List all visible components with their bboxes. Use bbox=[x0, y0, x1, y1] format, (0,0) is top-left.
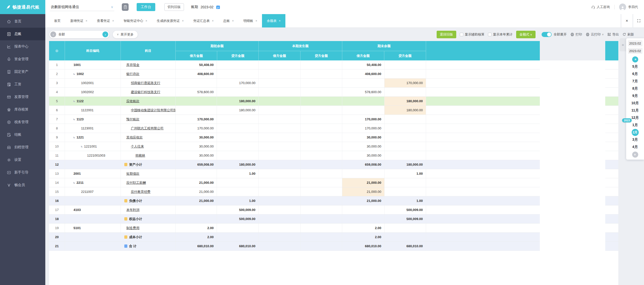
table-row[interactable]: 9 1221 其他应收款 30,000.00 30,000.00 bbox=[49, 133, 540, 142]
chevron-right-icon[interactable]: › bbox=[102, 31, 108, 37]
back-to-old-version-button[interactable]: 退回旧版 bbox=[437, 31, 456, 38]
show-auxiliary-checkbox[interactable]: 显示辅助核算 bbox=[460, 32, 484, 37]
tab-smart-voucher-center[interactable]: 智能凭证中心× bbox=[119, 14, 152, 27]
tab-balance-sheet[interactable]: 余额表× bbox=[262, 14, 285, 27]
close-all-tabs-button[interactable]: × bbox=[622, 14, 632, 27]
table-row[interactable]: 21 合 计 680,010.00 680,010.00 680,010.00 … bbox=[49, 242, 540, 251]
subject-link[interactable]: 成本小计 bbox=[129, 235, 142, 239]
expand-triangle-icon[interactable] bbox=[73, 136, 75, 138]
close-icon[interactable]: × bbox=[145, 19, 147, 23]
month-item[interactable]: 9月 bbox=[626, 92, 644, 99]
subject-link[interactable]: 个人往来 bbox=[131, 144, 144, 149]
month-item[interactable]: 6月 bbox=[626, 70, 644, 78]
calendar-icon[interactable] bbox=[216, 5, 220, 9]
subject-link[interactable]: 应付职工薪酬 bbox=[126, 181, 146, 185]
avatar[interactable] bbox=[619, 4, 626, 11]
tab-general-ledger[interactable]: 总账× bbox=[218, 14, 239, 27]
clipboard-icon[interactable] bbox=[122, 3, 129, 11]
month-item[interactable]: 2月 bbox=[626, 129, 644, 136]
scroll-months-up-button[interactable]: » bbox=[632, 56, 638, 62]
table-row[interactable]: 8 1123001 广州联志工程有限公司 170,000.00 170,000.… bbox=[49, 124, 540, 133]
month-item[interactable]: 3月 bbox=[626, 136, 644, 143]
expand-triangle-icon[interactable] bbox=[73, 73, 75, 75]
expand-triangle-icon[interactable] bbox=[73, 182, 75, 184]
expand-more-button[interactable]: ∨ 展开更多 bbox=[113, 31, 138, 38]
table-row[interactable]: 4 1002002 建设银行科技路支行 578,600.00 578,600.0… bbox=[49, 88, 540, 97]
toggle-on-icon[interactable] bbox=[542, 32, 552, 37]
subject-link[interactable]: 韩晓林 bbox=[135, 153, 145, 158]
fullscreen-button[interactable] bbox=[633, 14, 644, 27]
table-row[interactable]: 2 1002 银行存款 408,600.00 408,600.00 bbox=[49, 69, 540, 79]
export-button[interactable]: 导出 bbox=[607, 32, 619, 37]
subject-link[interactable]: 银行存款 bbox=[126, 72, 139, 76]
chevron-left-icon[interactable]: ‹ bbox=[50, 31, 56, 37]
checkbox-icon[interactable] bbox=[488, 33, 491, 36]
month-item[interactable]: 10月 bbox=[626, 99, 644, 107]
period-value[interactable]: 2023-02 bbox=[201, 5, 213, 9]
subject-link[interactable]: 制造费用 bbox=[126, 226, 139, 230]
month-item[interactable]: 8月 bbox=[626, 85, 644, 92]
table-row[interactable]: 6 1122001 中国移动集团设计院有限公司陕 180,000.00 180,… bbox=[49, 106, 540, 115]
table-row[interactable]: 5 1122 应收账款 180,000.00 180,000.00 bbox=[49, 97, 540, 106]
expand-triangle-icon[interactable] bbox=[73, 118, 75, 120]
sidebar-item-archive-management[interactable]: 归档管理 bbox=[0, 141, 45, 154]
sidebar-item-closing[interactable]: 结账 bbox=[0, 128, 45, 141]
tab-home[interactable]: 首页 bbox=[49, 14, 65, 27]
period-from-input[interactable]: 2023.02 bbox=[628, 40, 642, 46]
expand-triangle-icon[interactable] bbox=[73, 100, 75, 102]
subject-link[interactable]: 广州联志工程有限公司 bbox=[131, 126, 164, 131]
table-row[interactable]: 20 成本小计 2.00 2.00 bbox=[49, 233, 540, 242]
scroll-months-down-button[interactable]: » bbox=[632, 152, 638, 158]
subject-link[interactable]: 负债小计 bbox=[129, 199, 142, 203]
table-row[interactable]: 10 1221001 个人往来 30,000.00 30,000.00 bbox=[49, 142, 540, 151]
expand-all-toggle[interactable]: 全部展开 bbox=[542, 32, 567, 37]
subject-link[interactable]: 合 计 bbox=[129, 244, 137, 248]
user-name[interactable]: 李四代 bbox=[628, 5, 638, 9]
month-item[interactable]: 4月 bbox=[626, 143, 644, 151]
table-row[interactable]: 11 1221001003 韩晓林 30,000.00 30,000.00 bbox=[49, 151, 540, 160]
workbench-button[interactable]: 工作台 bbox=[137, 3, 155, 11]
subject-link[interactable]: 中国移动集团设计院有限公司陕 bbox=[131, 108, 176, 113]
sidebar-item-report-center[interactable]: 报表中心 bbox=[0, 40, 45, 53]
table-row[interactable]: 13 2001 短期借款 1.00 1.00 bbox=[49, 169, 540, 178]
tab-voucher-summary[interactable]: 凭证汇总表× bbox=[188, 14, 218, 27]
table-row[interactable]: 19 5101 制造费用 2.00 2.00 bbox=[49, 224, 540, 233]
table-row[interactable]: 18 权益小计 500,009.00 500,009.00 bbox=[49, 215, 540, 224]
subject-link[interactable]: 权益小计 bbox=[129, 217, 142, 221]
close-icon[interactable]: × bbox=[279, 19, 281, 23]
collapse-panel-handle[interactable]: » bbox=[620, 38, 626, 51]
sidebar-item-member[interactable]: 畅会员 bbox=[0, 179, 45, 191]
sidebar-item-salary[interactable]: 工资 bbox=[0, 78, 45, 91]
sidebar-item-tax-management[interactable]: 税务管理 bbox=[0, 116, 45, 128]
show-ytd-checkbox[interactable]: 显示本年累计 bbox=[488, 32, 513, 37]
tab-generated-invoice-voucher[interactable]: 生成的发票凭证× bbox=[152, 14, 188, 27]
month-item[interactable]: 1月 bbox=[626, 121, 644, 129]
sidebar-item-general-ledger[interactable]: 总账 bbox=[0, 28, 45, 40]
close-icon[interactable]: × bbox=[112, 19, 114, 23]
subject-link[interactable]: 招商银行唐延路支行 bbox=[131, 81, 160, 85]
sidebar-item-fund-management[interactable]: 资金管理 bbox=[0, 53, 45, 65]
subject-link[interactable]: 应收账款 bbox=[126, 99, 139, 103]
sidebar-item-invoice-management[interactable]: 发票管理 bbox=[0, 91, 45, 103]
subject-filter[interactable]: ‹ 全部 › bbox=[49, 31, 109, 38]
print-button[interactable]: 打印 bbox=[570, 32, 582, 37]
subject-link[interactable]: 预付账款 bbox=[126, 117, 139, 122]
sidebar-item-home[interactable]: 首页 bbox=[0, 15, 45, 28]
period-to-input[interactable]: 2023.02 bbox=[628, 48, 642, 54]
cloud-print-dropdown[interactable]: 云打印 ∨ bbox=[586, 32, 604, 37]
close-icon[interactable]: × bbox=[86, 19, 87, 23]
month-item[interactable]: 11月 bbox=[626, 107, 644, 114]
sidebar-item-settings[interactable]: 设置 bbox=[0, 154, 45, 166]
table-row[interactable]: 17 4103 本年利润 500,009.00 500,009.00 bbox=[49, 205, 540, 215]
table-row[interactable]: 3 1002001 招商银行唐延路支行 170,000.00 170,000.0… bbox=[49, 79, 540, 88]
table-row[interactable]: 1 1001 库存现金 50,408.00 50,408.00 bbox=[49, 60, 540, 69]
close-icon[interactable]: × bbox=[182, 19, 184, 23]
header-gear-cell[interactable] bbox=[49, 41, 65, 60]
table-row[interactable]: 12 资产小计 659,008.00 180,000.00 659,008.00… bbox=[49, 160, 540, 169]
manual-consult-button[interactable]: 人工咨询 bbox=[591, 5, 610, 9]
refresh-button[interactable]: 刷新 bbox=[622, 32, 634, 37]
close-icon[interactable]: × bbox=[212, 19, 214, 23]
table-row[interactable]: 14 2211 应付职工薪酬 21,000.00 21,000.00 bbox=[49, 178, 540, 187]
table-row[interactable]: 7 1123 预付账款 170,000.00 170,000.00 bbox=[49, 115, 540, 124]
table-row[interactable]: 15 2211007 应付教育经费 21,000.00 21,000.00 bbox=[49, 187, 540, 196]
